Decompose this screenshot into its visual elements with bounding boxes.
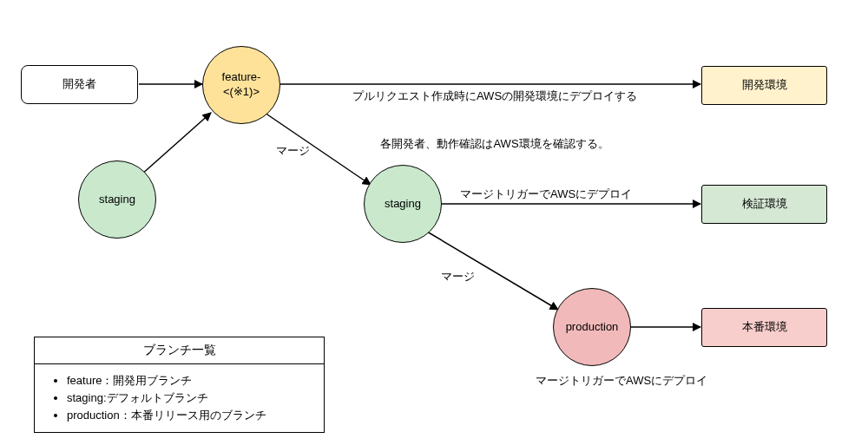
prd-deploy-label: マージトリガーでAWSにデプロイ — [536, 373, 707, 389]
stg-env-box: 検証環境 — [701, 185, 827, 224]
legend-item: production：本番リリース用のブランチ — [67, 408, 315, 423]
dev-env-box: 開発環境 — [701, 66, 827, 105]
merge-feature-to-staging-label: マージ — [276, 143, 310, 159]
legend-body: feature：開発用ブランチ staging:デフォルトブランチ produc… — [35, 364, 324, 432]
feature-label-1: feature- — [222, 70, 261, 85]
branch-legend: ブランチ一覧 feature：開発用ブランチ staging:デフォルトブランチ… — [34, 337, 325, 433]
developer-box: 開発者 — [21, 65, 138, 104]
feature-branch-node: feature- <(※1)> — [202, 46, 280, 124]
svg-line-1 — [141, 113, 211, 175]
staging-left-node: staging — [78, 160, 156, 239]
pr-deploy-label: プルリクエスト作成時にAWSの開発環境にデプロイする 各開発者、動作確認はAWS… — [304, 57, 686, 167]
legend-item: staging:デフォルトブランチ — [67, 390, 315, 406]
legend-item: feature：開発用ブランチ — [67, 373, 315, 389]
prd-env-box: 本番環境 — [701, 308, 827, 347]
staging-mid-node: staging — [364, 165, 442, 243]
merge-staging-to-production-label: マージ — [441, 269, 475, 285]
feature-label-2: <(※1)> — [223, 85, 260, 100]
pr-deploy-line2: 各開発者、動作確認はAWS環境を確認する。 — [304, 136, 686, 152]
production-node: production — [553, 288, 631, 366]
pr-deploy-line1: プルリクエスト作成時にAWSの開発環境にデプロイする — [304, 88, 686, 104]
legend-title: ブランチ一覧 — [35, 337, 324, 364]
stg-deploy-label: マージトリガーでAWSにデプロイ — [460, 187, 632, 202]
